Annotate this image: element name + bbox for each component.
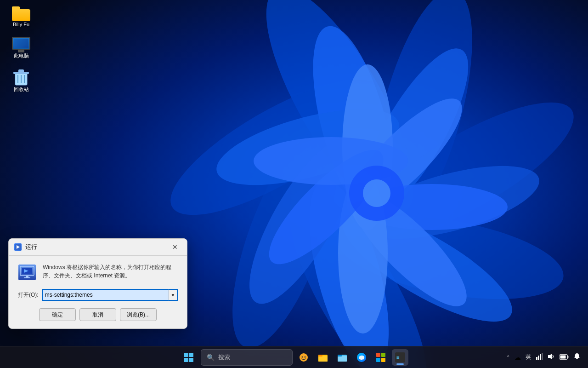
svg-rect-49: [338, 356, 347, 362]
run-dialog-dropdown-button[interactable]: ▼: [169, 289, 178, 301]
recycle-bin-icon: [13, 69, 29, 86]
svg-rect-60: [540, 354, 541, 360]
dialog-body: Windows 将根据你所输入的名称，为你打开相应的程序、文件夹、文档或 Int…: [9, 256, 187, 328]
svg-rect-40: [184, 358, 188, 362]
desktop-icon-billy-fu[interactable]: Billy Fu: [5, 5, 38, 29]
svg-rect-58: [536, 357, 537, 360]
svg-point-23: [363, 179, 390, 207]
run-dialog-ok-button[interactable]: 确定: [39, 308, 76, 321]
tray-cloud-icon[interactable]: ☁: [513, 352, 523, 363]
svg-rect-53: [381, 353, 385, 357]
dialog-title-left: 运行: [14, 243, 37, 251]
task-view-button[interactable]: [295, 349, 312, 366]
desktop-icon-recycle-bin[interactable]: 回收站: [5, 67, 38, 94]
file-explorer-button[interactable]: [315, 349, 331, 366]
svg-rect-64: [568, 356, 569, 358]
svg-rect-54: [376, 358, 380, 362]
taskbar-center: 🔍 搜索: [180, 348, 408, 367]
start-button[interactable]: [180, 348, 198, 367]
search-bar[interactable]: 🔍 搜索: [201, 349, 293, 366]
svg-point-44: [305, 356, 306, 357]
desktop-icon-label-this-pc: 此电脑: [14, 52, 29, 59]
svg-point-42: [300, 353, 308, 362]
monitor-icon: [12, 37, 30, 52]
svg-rect-39: [189, 353, 193, 357]
dialog-title-text: 运行: [25, 243, 37, 251]
svg-rect-61: [542, 353, 543, 360]
svg-rect-46: [318, 356, 328, 362]
run-dialog-icon: [14, 243, 22, 251]
svg-rect-26: [18, 69, 24, 73]
svg-rect-36: [24, 277, 30, 278]
battery-icon[interactable]: [558, 352, 571, 363]
folder-icon: [12, 6, 30, 21]
run-dialog: 运行 ✕: [8, 238, 187, 329]
desktop-icon-label-recycle-bin: 回收站: [14, 86, 29, 92]
desktop-icon-this-pc[interactable]: 此电脑: [5, 35, 38, 61]
network-icon[interactable]: [534, 351, 545, 363]
folder-button[interactable]: [334, 349, 351, 366]
svg-text:≡: ≡: [396, 355, 400, 361]
desktop: Billy Fu 此电脑: [0, 0, 588, 368]
svg-rect-66: [576, 358, 578, 359]
store-button[interactable]: [373, 349, 389, 366]
edge-browser-button[interactable]: [353, 349, 370, 366]
tray-expand-button[interactable]: ⌃: [504, 353, 512, 362]
search-icon: 🔍: [207, 354, 215, 361]
dialog-input-row: 打开(O): ▼: [18, 289, 178, 301]
run-dialog-input[interactable]: [42, 289, 169, 301]
svg-rect-52: [376, 353, 380, 357]
taskbar: 🔍 搜索: [0, 346, 588, 368]
sound-icon[interactable]: [546, 351, 557, 363]
svg-point-43: [302, 356, 303, 357]
desktop-icons: Billy Fu 此电脑: [5, 5, 38, 94]
search-placeholder: 搜索: [218, 353, 230, 362]
notification-icon[interactable]: [571, 351, 582, 363]
run-dialog-cancel-button[interactable]: 取消: [79, 308, 116, 321]
svg-rect-47: [318, 355, 322, 356]
dialog-titlebar: 运行 ✕: [9, 239, 187, 256]
svg-rect-41: [189, 358, 193, 362]
dialog-input-wrapper: ▼: [42, 289, 178, 301]
dialog-run-icon-large: [18, 263, 36, 282]
tray-icons: ⌃ ☁ 英: [504, 351, 582, 363]
desktop-icon-label-billy-fu: Billy Fu: [13, 21, 29, 28]
svg-rect-55: [381, 358, 385, 362]
dialog-info-row: Windows 将根据你所输入的名称，为你打开相应的程序、文件夹、文档或 Int…: [18, 263, 178, 282]
svg-rect-59: [538, 356, 539, 360]
svg-rect-50: [338, 355, 342, 356]
svg-rect-35: [26, 276, 28, 277]
dialog-input-label: 打开(O):: [18, 291, 39, 299]
terminal-button[interactable]: ≡: [392, 349, 408, 366]
taskbar-right: ⌃ ☁ 英: [504, 351, 582, 363]
run-dialog-browse-button[interactable]: 浏览(B)...: [120, 308, 157, 321]
svg-rect-38: [184, 353, 188, 357]
dialog-close-button[interactable]: ✕: [169, 242, 181, 252]
dialog-buttons: 确定 取消 浏览(B)...: [18, 308, 178, 321]
language-indicator[interactable]: 英: [524, 352, 533, 362]
svg-rect-65: [560, 355, 566, 358]
dialog-description: Windows 将根据你所输入的名称，为你打开相应的程序、文件夹、文档或 Int…: [43, 263, 178, 280]
svg-marker-62: [548, 354, 552, 359]
